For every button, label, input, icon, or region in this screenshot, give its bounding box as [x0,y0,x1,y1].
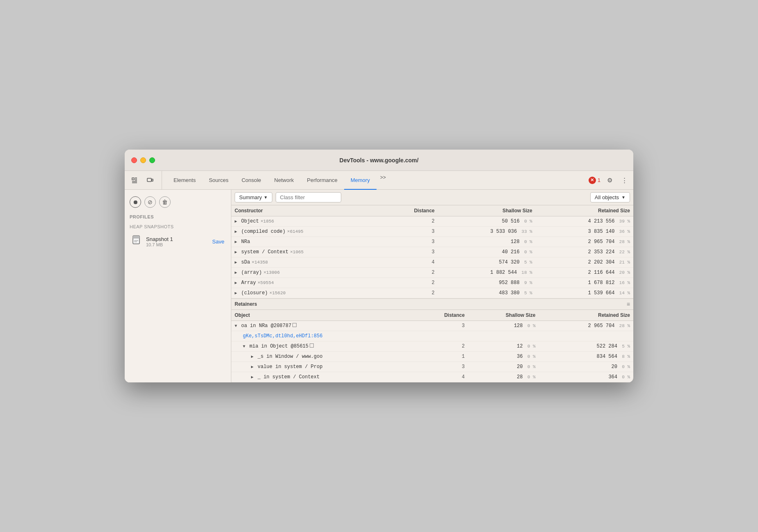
table-wrapper[interactable]: Constructor Distance Shallow Size Retain… [231,205,633,382]
table-row[interactable]: ▶ (closure) ×15620 2 483 380 5 % 1 539 6… [231,288,633,298]
class-filter-input[interactable] [276,192,341,202]
settings-button[interactable]: ⚙ [604,175,615,186]
ret-retained-cell: 364 0 % [539,372,633,382]
count-badge: ×1065 [290,250,304,255]
expand-arrow[interactable]: ▶ [235,280,240,285]
list-item[interactable]: ▶ value in system / Prop 3 20 0 % 20 0 % [231,362,633,372]
svg-rect-0 [132,178,134,180]
ret-distance-cell: 1 [415,352,468,362]
more-tabs-button[interactable]: >> [377,171,390,184]
all-objects-label: All objects [595,194,619,200]
retainer-name: _ in system / Context [258,374,320,380]
snapshot-item[interactable]: Snapshot 1 10.7 MB Save [130,232,226,251]
constructor-cell: ▶ sDa ×14358 [231,257,384,268]
tab-network[interactable]: Network [268,171,301,190]
minimize-button[interactable] [140,157,146,163]
tab-performance[interactable]: Performance [300,171,344,190]
table-row[interactable]: ▶ Object ×1856 2 50 516 0 % 4 213 556 39… [231,216,633,227]
expand-arrow[interactable]: ▶ [235,270,240,275]
list-item[interactable]: ▼ oa in NRa @208787 3 128 0 % 2 965 704 … [231,321,633,331]
summary-select[interactable]: Summary ▼ [235,192,272,202]
retainer-object-cell: ▼ oa in NRa @208787 [231,321,415,331]
save-link[interactable]: Save [212,239,224,245]
col-distance: Distance [384,205,438,216]
expand-arrow[interactable]: ▶ [251,364,256,369]
shallow-size-cell: 50 516 0 % [438,216,535,227]
devtools-container: Elements Sources Console Network Perform… [125,171,633,382]
constructor-name: Array [241,280,256,286]
table-row[interactable]: ▶ (array) ×13006 2 1 882 544 18 % 2 116 … [231,268,633,278]
more-options-button[interactable]: ⋮ [619,175,630,186]
expand-arrow[interactable]: ▼ [235,324,240,328]
title-bar: DevTools - www.google.com/ [125,150,633,171]
heap-table: Constructor Distance Shallow Size Retain… [231,205,633,298]
retainer-link[interactable]: gKe,sTsDMc,dtl0hd,eHDfl:856 [243,333,322,339]
nav-bar: Elements Sources Console Network Perform… [125,171,633,190]
table-row[interactable]: ▶ NRa 3 128 0 % 2 965 704 28 % [231,237,633,247]
distance-cell: 2 [384,288,438,298]
shallow-size-cell: 128 0 % [438,237,535,247]
constructor-name: (closure) [241,290,268,296]
record-button[interactable]: ⏺ [130,196,141,208]
constructor-name: (array) [241,270,262,275]
expand-arrow[interactable]: ▶ [235,229,240,234]
close-button[interactable] [131,157,137,163]
retained-size-cell: 3 835 140 36 % [536,227,633,237]
constructor-name: system / Context [241,249,288,255]
toolbar-row: ⏺ ⊘ 🗑 [130,196,226,208]
tab-console[interactable]: Console [235,171,268,190]
list-item[interactable]: ▼ mia in Object @85615 2 12 0 % 522 284 … [231,341,633,352]
main-content: ⏺ ⊘ 🗑 Profiles HEAP SNAPSHOTS [125,190,633,382]
expand-arrow[interactable]: ▼ [243,344,248,349]
error-badge[interactable]: ✕ 1 [589,177,600,184]
ret-retained-cell: 2 965 704 28 % [539,321,633,331]
table-row[interactable]: ▶ sDa ×14358 4 574 320 5 % 2 202 304 21 … [231,257,633,268]
clear-button[interactable]: ⊘ [144,196,156,208]
distance-cell: 2 [384,268,438,278]
expand-arrow[interactable]: ▶ [251,354,256,359]
delete-button[interactable]: 🗑 [159,196,171,208]
table-row[interactable]: ▶ Array ×59554 2 952 888 9 % 1 678 812 1… [231,278,633,288]
shallow-size-cell: 40 216 0 % [438,247,535,257]
retained-size-cell: 2 965 704 28 % [536,237,633,247]
ret-distance-cell: 4 [415,372,468,382]
tab-elements[interactable]: Elements [167,171,202,190]
maximize-button[interactable] [149,157,155,163]
constructor-name: (compiled code) [241,229,285,234]
retainers-label: Retainers [235,301,257,307]
all-objects-select[interactable]: All objects ▼ [590,192,630,202]
expand-arrow[interactable]: ▶ [251,375,256,380]
retainers-menu-icon[interactable]: ≡ [627,301,630,307]
expand-arrow[interactable]: ▶ [235,260,240,265]
ret-distance-cell [415,331,468,341]
inspect-element-icon[interactable] [128,174,141,187]
tab-memory[interactable]: Memory [344,171,377,190]
table-row[interactable]: ▶ system / Context ×1065 3 40 216 0 % 2 … [231,247,633,257]
device-toggle-icon[interactable] [144,174,157,187]
retained-size-cell: 1 678 812 16 % [536,278,633,288]
constructor-cell: ▶ Object ×1856 [231,216,384,227]
count-badge: ×61495 [287,229,304,234]
expand-arrow[interactable]: ▶ [235,291,240,296]
list-item[interactable]: ▶ _s in Window / www.goo 1 36 0 % 834 56… [231,352,633,362]
count-badge: ×15620 [269,291,286,296]
tab-sources[interactable]: Sources [202,171,235,190]
expand-arrow[interactable]: ▶ [235,239,240,244]
list-item[interactable]: ▶ _ in system / Context 4 28 0 % 364 0 % [231,372,633,382]
retainer-object-cell: ▶ _s in Window / www.goo [231,352,415,362]
heap-table-body: ▶ Object ×1856 2 50 516 0 % 4 213 556 39… [231,216,633,298]
constructor-name: sDa [241,259,250,265]
expand-arrow[interactable]: ▶ [235,219,240,224]
profiles-title: Profiles [130,214,226,219]
list-item[interactable]: gKe,sTsDMc,dtl0hd,eHDfl:856 [231,331,633,341]
ret-col-retained-size: Retained Size [539,310,633,321]
filter-bar: Summary ▼ All objects ▼ [231,190,633,205]
object-box [310,343,314,348]
ret-distance-cell: 2 [415,341,468,352]
sidebar: ⏺ ⊘ 🗑 Profiles HEAP SNAPSHOTS [125,190,231,382]
table-row[interactable]: ▶ (compiled code) ×61495 3 3 533 036 33 … [231,227,633,237]
expand-arrow[interactable]: ▶ [235,250,240,255]
retainer-object-cell: ▶ _ in system / Context [231,372,415,382]
snapshot-size: 10.7 MB [146,242,209,247]
constructor-name: Object [241,218,259,224]
